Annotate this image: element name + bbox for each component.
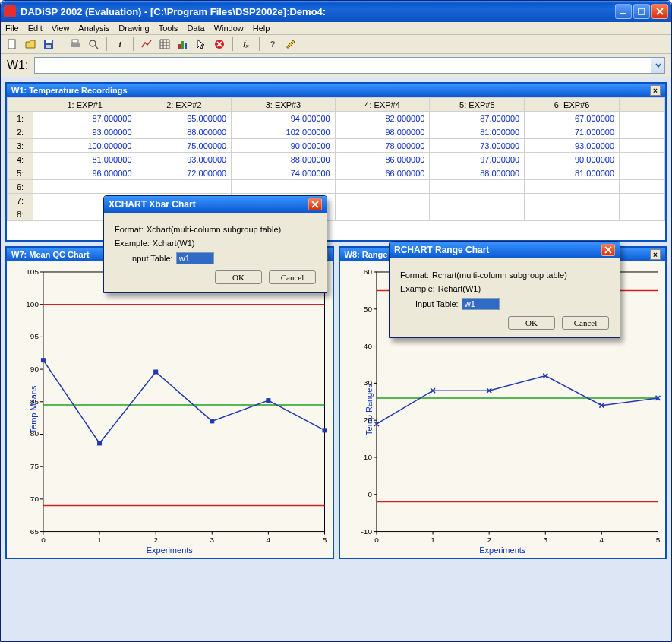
- edit-tool[interactable]: [284, 37, 298, 51]
- maximize-button[interactable]: [633, 4, 650, 19]
- row-header[interactable]: 8:: [8, 207, 33, 221]
- minimize-button[interactable]: [615, 4, 632, 19]
- table-cell[interactable]: 90.000000: [525, 153, 620, 166]
- save-button[interactable]: [42, 37, 55, 51]
- table-cell[interactable]: [335, 207, 430, 221]
- cursor-tool[interactable]: [194, 37, 208, 51]
- rchart-input-field[interactable]: [462, 298, 500, 310]
- table-cell[interactable]: 74.000000: [232, 166, 336, 180]
- help-tool[interactable]: ?: [266, 37, 279, 51]
- row-header[interactable]: 7:: [8, 194, 33, 207]
- menu-view[interactable]: View: [52, 24, 70, 33]
- menu-file[interactable]: File: [5, 24, 19, 33]
- table-cell[interactable]: 93.000000: [525, 139, 620, 153]
- menu-drawing[interactable]: Drawing: [118, 24, 149, 33]
- info-button[interactable]: i: [113, 37, 127, 51]
- formula-input[interactable]: [34, 57, 651, 74]
- xchart-example-value: Xchart(W1): [153, 239, 195, 248]
- table-cell[interactable]: 93.000000: [33, 125, 137, 139]
- table-cell[interactable]: 67.000000: [525, 112, 620, 125]
- table-cell[interactable]: 88.000000: [232, 153, 336, 166]
- table-cell[interactable]: 81.000000: [430, 125, 525, 139]
- table-cell[interactable]: 71.000000: [525, 125, 620, 139]
- svg-text:3: 3: [210, 536, 215, 544]
- row-header[interactable]: 2:: [8, 125, 33, 139]
- table-cell[interactable]: 88.000000: [430, 166, 525, 180]
- table-cell[interactable]: [137, 180, 232, 194]
- table-cell[interactable]: 88.000000: [137, 125, 232, 139]
- table-cell[interactable]: 81.000000: [525, 166, 620, 180]
- xchart-dialog-title[interactable]: XCHART Xbar Chart: [104, 196, 327, 213]
- table-cell[interactable]: [232, 180, 336, 194]
- menu-help[interactable]: Help: [253, 24, 270, 33]
- table-cell[interactable]: 90.000000: [232, 139, 336, 153]
- table-cell[interactable]: 97.000000: [430, 153, 525, 166]
- table-cell[interactable]: [430, 207, 525, 221]
- table-cell[interactable]: 75.000000: [137, 139, 232, 153]
- menu-tools[interactable]: Tools: [159, 24, 178, 33]
- table-cell[interactable]: 81.000000: [33, 153, 137, 166]
- rchart-cancel-button[interactable]: Cancel: [562, 316, 609, 330]
- col-header[interactable]: 1: EXP#1: [33, 98, 137, 112]
- preview-button[interactable]: [87, 37, 100, 51]
- range-chart-close[interactable]: ×: [650, 249, 661, 260]
- table-cell[interactable]: [335, 180, 430, 194]
- table-cell[interactable]: 82.000000: [335, 112, 430, 125]
- row-header[interactable]: 4:: [8, 153, 33, 166]
- xchart-ok-button[interactable]: OK: [215, 270, 262, 284]
- xchart-dialog-close[interactable]: [308, 198, 322, 210]
- menu-analysis[interactable]: Analysis: [78, 24, 109, 33]
- table-cell[interactable]: 96.000000: [33, 166, 137, 180]
- bar-chart-tool[interactable]: [176, 37, 190, 51]
- col-header[interactable]: 3: EXP#3: [232, 98, 336, 112]
- close-button[interactable]: [651, 4, 668, 19]
- table-cell[interactable]: [430, 194, 525, 207]
- table-cell[interactable]: 66.000000: [335, 166, 430, 180]
- row-header[interactable]: 6:: [8, 180, 33, 194]
- table-cell[interactable]: 86.000000: [335, 153, 430, 166]
- chart-tool-1[interactable]: [140, 37, 153, 51]
- xchart-cancel-button[interactable]: Cancel: [269, 270, 316, 284]
- table-cell[interactable]: 73.000000: [430, 139, 525, 153]
- new-button[interactable]: [5, 37, 19, 51]
- stop-tool[interactable]: [213, 37, 226, 51]
- table-cell[interactable]: 93.000000: [137, 153, 232, 166]
- row-header[interactable]: 1:: [8, 112, 33, 125]
- rchart-ok-button[interactable]: OK: [508, 316, 555, 330]
- mean-chart-body[interactable]: Temp Means Experiments 65707580859095100…: [7, 261, 333, 558]
- formula-dropdown[interactable]: [651, 57, 665, 74]
- menu-edit[interactable]: Edit: [28, 24, 43, 33]
- table-cell[interactable]: 102.000000: [232, 125, 336, 139]
- table-cell[interactable]: [525, 180, 620, 194]
- table-cell[interactable]: 87.000000: [33, 112, 137, 125]
- rchart-dialog-close[interactable]: [601, 244, 615, 256]
- col-header[interactable]: 6: EXP#6: [525, 98, 620, 112]
- table-cell[interactable]: [525, 194, 620, 207]
- table-cell[interactable]: [33, 180, 137, 194]
- xchart-input-field[interactable]: [176, 252, 214, 264]
- table-pane-close[interactable]: ×: [650, 85, 661, 96]
- table-cell[interactable]: [525, 207, 620, 221]
- svg-text:105: 105: [26, 267, 39, 276]
- rchart-dialog-title[interactable]: RCHART Range Chart: [390, 242, 620, 258]
- fx-tool[interactable]: fx: [239, 37, 253, 51]
- table-cell[interactable]: 100.000000: [33, 139, 137, 153]
- table-cell[interactable]: 98.000000: [335, 125, 430, 139]
- table-cell[interactable]: [335, 194, 430, 207]
- table-cell[interactable]: 65.000000: [137, 112, 232, 125]
- open-button[interactable]: [24, 37, 37, 51]
- col-header[interactable]: 5: EXP#5: [430, 98, 525, 112]
- grid-tool[interactable]: [158, 37, 172, 51]
- table-cell[interactable]: [430, 180, 525, 194]
- table-cell[interactable]: 94.000000: [232, 112, 336, 125]
- table-cell[interactable]: 72.000000: [137, 166, 232, 180]
- col-header[interactable]: 2: EXP#2: [137, 98, 232, 112]
- row-header[interactable]: 5:: [8, 166, 33, 180]
- menu-data[interactable]: Data: [187, 24, 204, 33]
- print-button[interactable]: [68, 37, 82, 51]
- table-cell[interactable]: 87.000000: [430, 112, 525, 125]
- table-cell[interactable]: 78.000000: [335, 139, 430, 153]
- col-header[interactable]: 4: EXP#4: [335, 98, 430, 112]
- menu-window[interactable]: Window: [214, 24, 244, 33]
- row-header[interactable]: 3:: [8, 139, 33, 153]
